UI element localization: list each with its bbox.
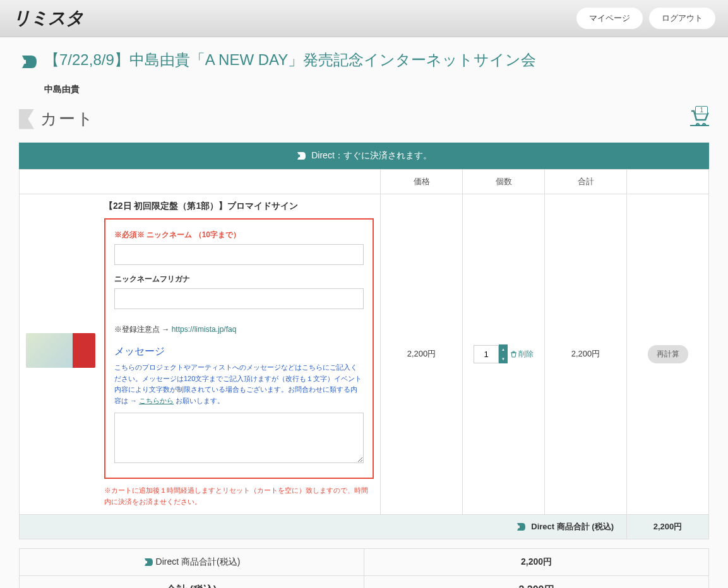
direct-banner-icon	[296, 151, 306, 161]
furigana-input[interactable]	[114, 288, 364, 309]
registration-note: ※登録注意点 → https://limista.jp/faq	[114, 324, 364, 335]
line-total-cell: 2,200円	[545, 194, 627, 515]
faq-link[interactable]: https://limista.jp/faq	[172, 325, 237, 334]
site-logo[interactable]: リミスタ	[13, 6, 83, 30]
cart-header: カート 1	[19, 108, 709, 130]
cart-title: カート	[40, 108, 95, 130]
col-action	[627, 170, 709, 194]
summary-direct-value: 2,200円	[364, 548, 709, 575]
direct-summary-icon	[143, 557, 153, 567]
qty-cell: ▲ ▼ 削除	[463, 194, 545, 515]
product-thumbnail	[26, 333, 95, 368]
svg-rect-4	[144, 561, 147, 563]
quantity-stepper: ▲ ▼	[499, 344, 508, 363]
col-price: 価格	[381, 170, 463, 194]
mypage-button[interactable]: マイページ	[576, 8, 643, 29]
contact-link[interactable]: こちらから	[139, 397, 174, 404]
message-title: メッセージ	[114, 345, 364, 358]
logout-button[interactable]: ログアウト	[649, 8, 715, 29]
summary-table: Direct 商品合計(税込) 2,200円 合計 (税込) 2,200円	[19, 548, 709, 588]
summary-total-row: 合計 (税込) 2,200円	[20, 575, 709, 588]
direct-icon	[19, 52, 38, 71]
col-qty: 個数	[463, 170, 545, 194]
qty-down-button[interactable]: ▼	[499, 354, 508, 363]
product-name: 【22日 初回限定盤（第1部）】ブロマイドサイン	[104, 201, 374, 212]
delete-link[interactable]: 削除	[510, 349, 534, 360]
cart-item-row: 【22日 初回限定盤（第1部）】ブロマイドサイン ※必須※ ニックネーム （10…	[20, 194, 709, 515]
subtotal-value: 2,200円	[627, 514, 709, 539]
price-cell: 2,200円	[381, 194, 463, 515]
summary-direct-row: Direct 商品合計(税込) 2,200円	[20, 548, 709, 575]
cart-icon-wrap[interactable]: 1	[690, 110, 709, 129]
summary-total-label: 合計 (税込)	[20, 575, 364, 588]
summary-direct-label: Direct 商品合計(税込)	[156, 556, 241, 567]
required-form-box: ※必須※ ニックネーム （10字まで） ニックネームフリガナ ※登録注意点 → …	[104, 218, 374, 479]
quantity-input[interactable]	[474, 345, 499, 363]
subtotal-label: Direct 商品合計 (税込)	[531, 521, 614, 532]
event-title[interactable]: 【7/22,8/9】中島由貴「A NEW DAY」発売記念インターネットサイン会	[44, 50, 536, 70]
header-buttons: マイページ ログアウト	[576, 8, 715, 29]
col-total: 合計	[545, 170, 627, 194]
message-description: こちらのプロジェクトやアーティストへのメッセージなどはこちらにご記入ください。メ…	[114, 362, 364, 406]
svg-rect-3	[516, 526, 520, 528]
col-product	[20, 170, 381, 194]
message-textarea[interactable]	[114, 413, 364, 463]
nickname-label: ※必須※ ニックネーム （10字まで）	[114, 230, 364, 240]
event-header: 【7/22,8/9】中島由貴「A NEW DAY」発売記念インターネットサイン会	[19, 50, 709, 71]
summary-total-value: 2,200円	[364, 575, 709, 588]
direct-banner: Direct：すぐに決済されます。	[19, 143, 709, 169]
furigana-label: ニックネームフリガナ	[114, 274, 364, 285]
nickname-input[interactable]	[114, 244, 364, 265]
direct-banner-text: Direct：すぐに決済されます。	[311, 150, 432, 162]
qty-up-button[interactable]: ▲	[499, 344, 508, 354]
cart-section-icon	[19, 109, 34, 129]
svg-rect-2	[297, 155, 300, 157]
trash-icon	[510, 351, 517, 358]
direct-subtotal-icon	[516, 522, 526, 532]
artist-name: 中島由貴	[19, 84, 709, 95]
cart-table: 価格 個数 合計 【22日 初回限定盤（第1部）】ブロマイドサイン ※必須※ ニ…	[19, 169, 709, 539]
required-marker: ※必須※	[114, 230, 145, 239]
subtotal-row: Direct 商品合計 (税込) 2,200円	[20, 514, 709, 539]
top-header: リミスタ マイページ ログアウト	[0, 0, 728, 37]
table-header-row: 価格 個数 合計	[20, 170, 709, 194]
recalc-button[interactable]: 再計算	[648, 345, 688, 363]
svg-rect-1	[690, 125, 709, 126]
svg-rect-0	[21, 60, 26, 64]
cart-reset-note: ※カートに追加後１時間経過しますとリセット（カートを空に）致しますので、時間内に…	[104, 485, 374, 507]
recalc-cell: 再計算	[627, 194, 709, 515]
cart-count-badge: 1	[695, 106, 708, 114]
